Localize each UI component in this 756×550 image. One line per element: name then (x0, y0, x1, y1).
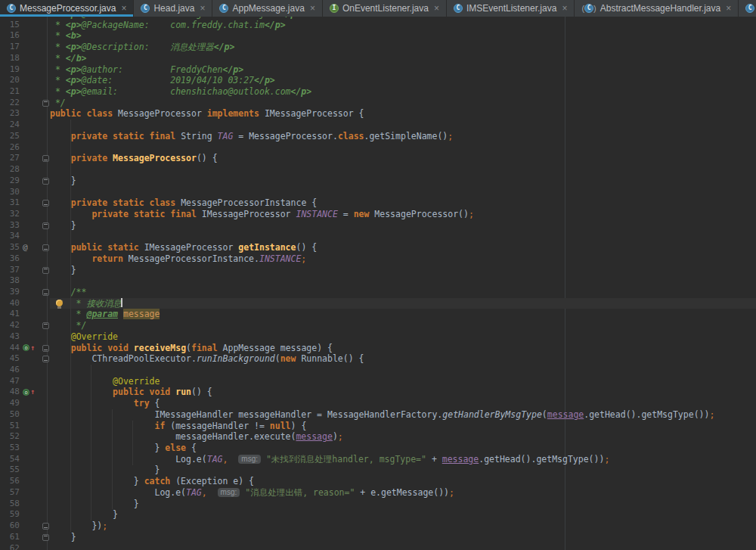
editor-tab[interactable]: CIMSEventListener.java× (447, 0, 575, 17)
code-line[interactable]: 34 (0, 231, 756, 242)
line-number[interactable]: 43 (0, 331, 20, 343)
line-number[interactable]: 27 (0, 153, 20, 164)
gutter-cell[interactable]: 18 (0, 53, 50, 64)
code-line[interactable]: 41 * @param message (0, 309, 756, 320)
line-number[interactable]: 39 (0, 287, 20, 298)
line-number[interactable]: 54 (0, 454, 20, 465)
gutter-cell[interactable]: 29 (0, 176, 50, 187)
editor-tab[interactable]: CAppMessage.java× (212, 0, 322, 17)
code-line[interactable]: 17 * <p>@Description: 消息处理器</p> (0, 42, 756, 53)
line-number[interactable]: 15 (0, 20, 20, 31)
code-text[interactable]: * <p>@date: 2019/04/10 03:27</p> (50, 75, 756, 86)
gutter-cell[interactable]: 22 (0, 98, 50, 109)
override-method-icon[interactable]: o↑ (23, 343, 35, 354)
line-number[interactable]: 34 (0, 231, 20, 242)
code-text[interactable] (50, 120, 756, 131)
code-text[interactable]: * <p>@email: chenshichao@outlook.com</p> (50, 86, 756, 98)
code-text[interactable]: Log.e(TAG, msg: "未找到消息处理handler, msgType… (50, 454, 756, 465)
line-number[interactable]: 50 (0, 409, 20, 421)
line-number[interactable]: 37 (0, 265, 20, 276)
code-line[interactable]: 47 @Override (0, 376, 756, 387)
fold-marker[interactable] (42, 244, 49, 251)
tab-close-icon[interactable]: × (434, 4, 439, 13)
code-text[interactable]: if (messageHandler != null) { (50, 421, 756, 432)
code-text[interactable]: private MessageProcessor() { (50, 153, 756, 164)
line-number[interactable]: 40 (0, 298, 20, 309)
code-text[interactable] (50, 187, 756, 198)
gutter-cell[interactable]: 16 (0, 30, 50, 42)
code-line[interactable]: 24 (0, 120, 756, 131)
code-line[interactable]: 20 * <p>@date: 2019/04/10 03:27</p> (0, 75, 756, 86)
line-number[interactable]: 58 (0, 499, 20, 510)
code-line[interactable]: 55 } (0, 465, 756, 476)
code-line[interactable]: 37 } (0, 265, 756, 276)
code-line[interactable]: 16 * <b> (0, 30, 756, 42)
code-line[interactable]: 21 * <p>@email: chenshichao@outlook.com<… (0, 86, 756, 98)
code-text[interactable]: } (50, 176, 756, 187)
code-line[interactable]: 43 @Override (0, 331, 756, 343)
code-text[interactable]: * @param message (50, 309, 756, 320)
line-number[interactable]: 61 (0, 532, 20, 543)
code-line[interactable]: 35@ public static IMessageProcessor getI… (0, 242, 756, 253)
code-line[interactable]: 53 } else { (0, 443, 756, 454)
code-line[interactable]: 45 CThreadPoolExecutor.runInBackground(n… (0, 353, 756, 365)
gutter-cell[interactable]: 57 (0, 487, 50, 499)
line-number[interactable]: 62 (0, 543, 20, 550)
code-line[interactable]: 29 } (0, 176, 756, 187)
line-number[interactable]: 21 (0, 86, 20, 98)
code-text[interactable] (50, 164, 756, 176)
code-line[interactable]: 25 private static final String TAG = Mes… (0, 131, 756, 142)
line-number[interactable]: 23 (0, 108, 20, 120)
gutter-cell[interactable]: 33 (0, 220, 50, 231)
code-text[interactable]: * <b> (50, 30, 756, 42)
tab-close-icon[interactable]: × (200, 4, 205, 13)
code-text[interactable]: private static class MessageProcessorIns… (50, 197, 756, 209)
code-line[interactable]: 61 } (0, 532, 756, 543)
line-number[interactable]: 29 (0, 176, 20, 187)
line-number[interactable]: 53 (0, 443, 20, 454)
code-line[interactable]: 42 */ (0, 320, 756, 331)
code-text[interactable]: @Override (50, 376, 756, 387)
editor-tab[interactable]: CMessageProcessor.java× (0, 0, 134, 17)
editor-tab[interactable]: CSingleChatM× (739, 0, 756, 17)
line-number[interactable]: 26 (0, 142, 20, 154)
code-line[interactable]: 40 * 接收消息 (0, 298, 756, 309)
fold-marker[interactable] (42, 345, 49, 352)
code-text[interactable]: private static final IMessageProcessor I… (50, 209, 756, 220)
gutter-cell[interactable]: 40 (0, 298, 50, 309)
gutter-cell[interactable]: 21 (0, 86, 50, 98)
gutter-cell[interactable]: 24 (0, 120, 50, 131)
gutter-cell[interactable]: 61 (0, 532, 50, 543)
gutter-cell[interactable]: 49 (0, 398, 50, 409)
code-text[interactable] (50, 275, 756, 287)
gutter-cell[interactable]: 59 (0, 509, 50, 520)
fold-marker[interactable] (42, 200, 49, 207)
code-text[interactable]: private static final String TAG = Messag… (50, 131, 756, 142)
editor-tab[interactable]: CHead.java× (134, 0, 212, 17)
line-number[interactable]: 47 (0, 376, 20, 387)
gutter-cell[interactable]: 62 (0, 543, 50, 550)
code-text[interactable]: * <p>@author: FreddyChen</p> (50, 64, 756, 76)
line-number[interactable]: 41 (0, 309, 20, 320)
code-line[interactable]: 26 (0, 142, 756, 154)
code-text[interactable]: public void receiveMsg(final AppMessage … (50, 343, 756, 354)
gutter-cell[interactable]: 35@ (0, 242, 50, 253)
code-text[interactable]: * <p>@Description: 消息处理器</p> (50, 42, 756, 53)
gutter-cell[interactable]: 34 (0, 231, 50, 242)
gutter-cell[interactable]: 52 (0, 431, 50, 443)
code-text[interactable]: @Override (50, 331, 756, 343)
line-number[interactable]: 33 (0, 220, 20, 231)
gutter-cell[interactable]: 54 (0, 454, 50, 465)
fold-marker[interactable] (42, 178, 49, 185)
line-number[interactable]: 60 (0, 520, 20, 532)
editor-tab[interactable]: IOnEventListener.java× (323, 0, 447, 17)
line-number[interactable]: 52 (0, 431, 20, 443)
gutter-cell[interactable]: 51 (0, 421, 50, 432)
code-line[interactable]: 49 try { (0, 398, 756, 409)
line-number[interactable]: 17 (0, 42, 20, 53)
code-text[interactable]: }); (50, 520, 756, 532)
code-line[interactable]: 36 return MessageProcessorInstance.INSTA… (0, 253, 756, 265)
code-line[interactable]: 48o↑ public void run() { (0, 387, 756, 398)
code-text[interactable]: } (50, 465, 756, 476)
code-text[interactable]: * 接收消息 (50, 298, 756, 309)
